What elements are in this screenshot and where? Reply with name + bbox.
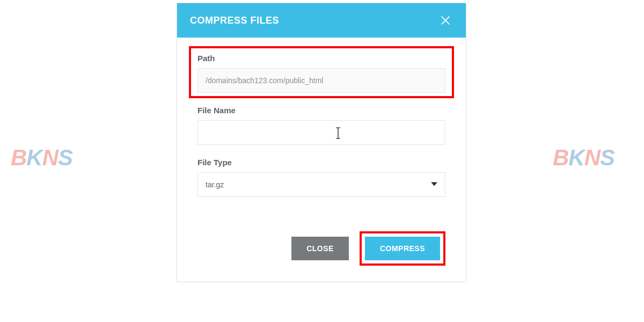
filename-input[interactable]	[197, 120, 445, 145]
modal-title: COMPRESS FILES	[190, 15, 279, 26]
filetype-select[interactable]: tar.gz	[197, 172, 445, 197]
compress-highlight-box: COMPRESS	[360, 231, 445, 266]
modal-footer: CLOSE COMPRESS	[177, 221, 466, 282]
filetype-group: File Type tar.gz	[197, 158, 445, 197]
watermark: BKNS	[553, 145, 614, 171]
compress-button[interactable]: COMPRESS	[365, 237, 440, 260]
path-input[interactable]	[197, 68, 445, 93]
compress-files-modal: COMPRESS FILES Path File Name File Type …	[177, 3, 466, 282]
watermark: BKNS	[11, 145, 72, 171]
filename-label: File Name	[197, 106, 445, 115]
path-group: Path	[197, 54, 445, 93]
filename-group: File Name	[197, 106, 445, 145]
path-label: Path	[197, 54, 445, 63]
close-button[interactable]: CLOSE	[291, 237, 349, 260]
modal-header: COMPRESS FILES	[177, 3, 466, 38]
chevron-down-icon	[431, 180, 437, 189]
modal-body: Path File Name File Type tar.gz	[177, 38, 466, 221]
filetype-selected-value: tar.gz	[206, 180, 224, 189]
close-icon[interactable]	[438, 13, 453, 28]
filetype-label: File Type	[197, 158, 445, 167]
